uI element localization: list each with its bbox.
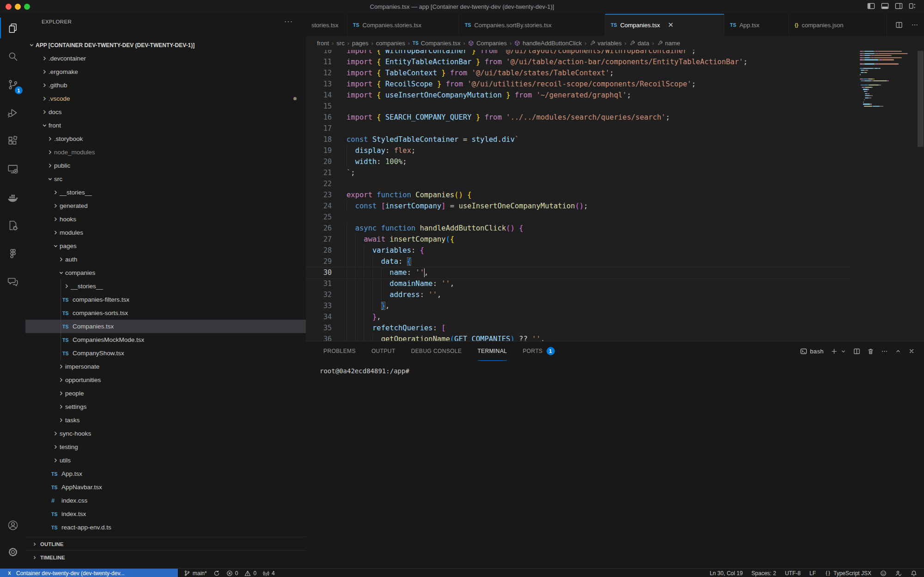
code-line-26[interactable]: async function handleAddButtonClick() { [346, 223, 523, 234]
new-terminal-icon[interactable] [831, 348, 838, 355]
activity-bar-item-remote-explorer[interactable] [0, 155, 25, 183]
terminal-prompt[interactable]: root@0a42ecd84891:/app# [320, 367, 409, 375]
tree-item-companyshow.tsx[interactable]: TSCompanyShow.tsx [25, 346, 306, 360]
tree-item-companies-sorts.tsx[interactable]: TScompanies-sorts.tsx [25, 306, 306, 320]
breadcrumb-item-variables[interactable]: variables [590, 40, 622, 47]
status-sync[interactable] [213, 570, 220, 577]
activity-bar-item-explorer[interactable] [0, 14, 25, 42]
tab-app.tsx[interactable]: TSApp.tsx [724, 14, 789, 36]
breadcrumb-item-pages[interactable]: pages [352, 40, 368, 47]
tree-item-pages[interactable]: pages [25, 239, 306, 253]
layout-sidebar-left-icon[interactable] [867, 2, 875, 10]
tree-item-companies.tsx[interactable]: TSCompanies.tsx [25, 320, 306, 333]
shell-selector[interactable]: bash [800, 348, 824, 355]
code-line-36[interactable]: getOperationName(GET_COMPANIES) ?? '', [346, 334, 545, 341]
tab-companies.stories.tsx[interactable]: TSCompanies.stories.tsx [347, 14, 459, 36]
panel-tab-problems[interactable]: PROBLEMS [323, 341, 356, 361]
panel-tab-terminal[interactable]: TERMINAL [478, 341, 507, 361]
tree-item-people[interactable]: people [25, 387, 306, 400]
code-line-30[interactable]: name: '', [346, 267, 428, 278]
status-antenna[interactable]: 4 [263, 570, 275, 577]
status-item-utf-8[interactable]: UTF-8 [785, 570, 801, 577]
breadcrumb-item-data[interactable]: data [629, 40, 649, 47]
layout-panel-icon[interactable] [881, 2, 889, 10]
tree-item-app.tsx[interactable]: TSApp.tsx [25, 467, 306, 480]
code-line-34[interactable]: }, [346, 311, 381, 322]
tree-root-item[interactable]: APP [CONTAINER DEV-TWENTY-DEV (DEV-TWENT… [25, 38, 306, 52]
breadcrumb-item-companies[interactable]: companies [376, 40, 405, 47]
tree-item-sync-hooks[interactable]: sync-hooks [25, 427, 306, 440]
code-line-10[interactable]: import { WithTopBarContainer } from '@/u… [346, 50, 696, 56]
code-line-35[interactable]: refetchQueries: [ [346, 322, 446, 334]
tree-item-.devcontainer[interactable]: .devcontainer [25, 52, 306, 65]
activity-bar-item-docker[interactable] [0, 183, 25, 211]
code-line-31[interactable]: domainName: '', [346, 278, 454, 289]
activity-bar-item-account[interactable] [0, 512, 25, 539]
tree-item-.vscode[interactable]: .vscode [25, 92, 306, 105]
tab-stories.tsx[interactable]: stories.tsx [306, 14, 347, 36]
tree-item-.github[interactable]: .github [25, 79, 306, 92]
timeline-section[interactable]: TIMELINE [25, 550, 306, 564]
panel-tab-debug-console[interactable]: DEBUG CONSOLE [411, 341, 462, 361]
code-line-28[interactable]: variables: { [346, 245, 424, 256]
more-actions-icon[interactable] [881, 348, 888, 355]
activity-bar-item-comments[interactable] [0, 267, 25, 296]
code-line-12[interactable]: import { TableContext } from '@/ui/table… [346, 67, 614, 79]
breadcrumb-item-src[interactable]: src [336, 40, 344, 47]
explorer-more-actions-icon[interactable]: ··· [284, 18, 293, 26]
panel-tab-ports[interactable]: PORTS1 [523, 341, 554, 361]
tree-item-node-modules[interactable]: node_modules [25, 146, 306, 159]
code-line-16[interactable]: import { SEARCH_COMPANY_QUERY } from '..… [346, 112, 670, 123]
status-warning[interactable]: 0 [244, 570, 256, 577]
activity-bar-item-source-control[interactable]: 1 [0, 70, 25, 98]
tree-item-public[interactable]: public [25, 159, 306, 172]
status-error[interactable]: 0 [226, 570, 238, 577]
tree-item-appnavbar.tsx[interactable]: TSAppNavbar.tsx [25, 480, 306, 494]
tree-item-settings[interactable]: settings [25, 400, 306, 413]
status-bell[interactable] [911, 570, 917, 577]
tree-item-auth[interactable]: auth [25, 253, 306, 266]
activity-bar-item-dev-containers[interactable] [0, 211, 25, 239]
activity-bar-item-search[interactable] [0, 42, 25, 70]
maximize-panel-icon[interactable] [895, 348, 901, 354]
breadcrumb-item-companies.tsx[interactable]: TSCompanies.tsx [413, 40, 461, 47]
tree-item-generated[interactable]: generated [25, 199, 306, 213]
status-person-check[interactable] [895, 570, 902, 577]
tree-item-.ergomake[interactable]: .ergomake [25, 65, 306, 79]
code-line-20[interactable]: width: 100%; [346, 156, 407, 167]
tree-item-index.css[interactable]: #index.css [25, 494, 306, 507]
activity-bar-item-extensions[interactable] [0, 127, 25, 155]
tree-item-modules[interactable]: modules [25, 226, 306, 239]
status-item-lf[interactable]: LF [809, 570, 816, 577]
breadcrumb-item-front[interactable]: front [317, 40, 329, 47]
tree-item-.storybook[interactable]: .storybook [25, 132, 306, 146]
code-line-18[interactable]: const StyledTableContainer = styled.div` [346, 134, 519, 145]
code-line-32[interactable]: address: '', [346, 289, 441, 300]
code-line-24[interactable]: const [insertCompany] = useInsertOneComp… [346, 200, 588, 212]
tab-companies.tsx[interactable]: TSCompanies.tsx✕ [605, 14, 724, 36]
chevron-down-icon[interactable] [840, 348, 846, 354]
code-line-33[interactable]: }, [346, 300, 389, 311]
close-icon[interactable]: ✕ [668, 21, 674, 29]
status-item-spaces-2[interactable]: Spaces: 2 [752, 570, 776, 577]
tree-item-testing[interactable]: testing [25, 440, 306, 454]
split-terminal-icon[interactable] [853, 348, 860, 355]
panel-tab-output[interactable]: OUTPUT [371, 341, 395, 361]
status-item-ln-30-col-19[interactable]: Ln 30, Col 19 [710, 570, 742, 577]
code-line-29[interactable]: data: { [346, 256, 411, 267]
remote-indicator[interactable]: Container dev-twenty-dev (dev-twenty-dev… [0, 569, 178, 577]
status-braces[interactable]: TypeScript JSX [825, 570, 871, 577]
code-line-11[interactable]: import { EntityTableActionBar } from '@/… [346, 56, 748, 67]
code-line-13[interactable]: import { RecoilScope } from '@/ui/utilit… [346, 79, 696, 90]
code-line-21[interactable]: `; [346, 167, 355, 178]
tree-item-companiesmockmode.tsx[interactable]: TSCompaniesMockMode.tsx [25, 333, 306, 346]
activity-bar-item-figma[interactable] [0, 239, 25, 267]
layout-sidebar-right-icon[interactable] [895, 2, 903, 10]
tree-item-src[interactable]: src [25, 172, 306, 186]
status-feedback[interactable] [880, 570, 887, 577]
tree-item-docs[interactable]: docs [25, 105, 306, 119]
tree-item-hooks[interactable]: hooks [25, 213, 306, 226]
split-editor-icon[interactable] [895, 21, 903, 29]
kill-terminal-icon[interactable] [867, 348, 874, 355]
tree-item-tasks[interactable]: tasks [25, 413, 306, 427]
